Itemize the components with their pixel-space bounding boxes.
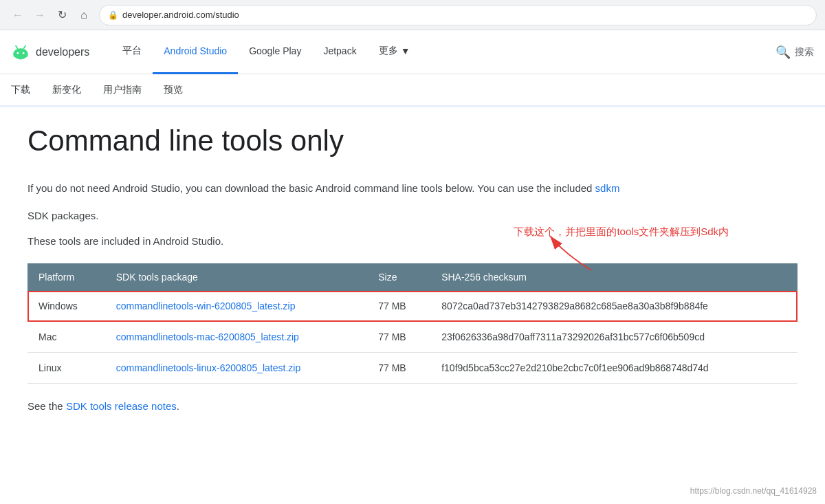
developers-logo[interactable]: developers — [11, 45, 89, 60]
browser-chrome: ← → ↻ ⌂ 🔒 developer.android.com/studio — [0, 0, 825, 30]
sub-nav-changes[interactable]: 新变化 — [41, 74, 92, 107]
cell-checksum-windows: 8072ca0ad737eb3142793829a8682c685ae8a30a… — [430, 291, 798, 322]
logo-text: developers — [36, 46, 89, 58]
search-icon: 🔍 — [776, 45, 791, 60]
download-link-mac[interactable]: commandlinetools-mac-6200805_latest.zip — [116, 331, 299, 342]
home-button[interactable]: ⌂ — [74, 6, 94, 25]
table-container: 下载这个，并把里面的tools文件夹解压到Sdk内 Platform SDK t… — [28, 263, 798, 384]
cell-package-windows: commandlinetools-win-6200805_latest.zip — [105, 291, 367, 322]
browser-nav-buttons: ← → ↻ ⌂ — [8, 6, 94, 25]
sub-navigation: 下载 新变化 用户指南 预览 — [0, 74, 825, 107]
svg-line-4 — [16, 45, 17, 48]
tools-included-text: These tools are included in Android Stud… — [28, 235, 798, 247]
table-row: Windows commandlinetools-win-6200805_lat… — [28, 291, 798, 322]
table-row: Mac commandlinetools-mac-6200805_latest.… — [28, 322, 798, 353]
cell-platform-linux: Linux — [28, 353, 105, 384]
description-paragraph-1: If you do not need Android Studio, you c… — [28, 180, 798, 197]
cell-size-linux: 77 MB — [367, 353, 430, 384]
svg-point-2 — [17, 52, 19, 54]
cell-platform-mac: Mac — [28, 322, 105, 353]
url-text: developer.android.com/studio — [122, 10, 239, 20]
cell-checksum-mac: 23f0626336a98d70aff7311a73292026af31bc57… — [430, 322, 798, 353]
sdk-release-notes-link[interactable]: SDK tools release notes — [66, 400, 177, 412]
cell-package-mac: commandlinetools-mac-6200805_latest.zip — [105, 322, 367, 353]
download-link-linux[interactable]: commandlinetools-linux-6200805_latest.zi… — [116, 362, 301, 373]
nav-item-jetpack[interactable]: Jetpack — [312, 30, 367, 74]
nav-item-more[interactable]: 更多 ▼ — [368, 30, 421, 74]
col-package: SDK tools package — [105, 263, 367, 291]
cell-platform-windows: Windows — [28, 291, 105, 322]
nav-item-platform[interactable]: 平台 — [111, 30, 153, 74]
col-platform: Platform — [28, 263, 105, 291]
forward-button[interactable]: → — [30, 6, 50, 25]
cell-size-windows: 77 MB — [367, 291, 430, 322]
download-link-windows[interactable]: commandlinetools-win-6200805_latest.zip — [116, 300, 296, 311]
address-bar[interactable]: 🔒 developer.android.com/studio — [99, 5, 817, 25]
main-navigation: developers 平台 Android Studio Google Play… — [0, 30, 825, 74]
android-logo-icon — [11, 45, 30, 60]
more-label: 更多 ▼ — [379, 45, 410, 57]
description-paragraph-2: SDK packages. — [28, 208, 798, 224]
svg-rect-1 — [14, 51, 28, 56]
nav-item-google-play[interactable]: Google Play — [238, 30, 312, 74]
table-header: Platform SDK tools package Size SHA-256 … — [28, 263, 798, 291]
reload-button[interactable]: ↻ — [52, 6, 72, 25]
page-title: Command line tools only — [28, 124, 798, 158]
svg-point-3 — [23, 52, 25, 54]
table-body: Windows commandlinetools-win-6200805_lat… — [28, 291, 798, 384]
svg-line-5 — [24, 45, 25, 48]
nav-item-android-studio[interactable]: Android Studio — [153, 30, 238, 74]
download-table: Platform SDK tools package Size SHA-256 … — [28, 263, 798, 384]
back-button[interactable]: ← — [8, 6, 28, 25]
sub-nav-guide[interactable]: 用户指南 — [92, 74, 153, 107]
see-also-text: See the SDK tools release notes. — [28, 400, 798, 412]
sdkmanager-link[interactable]: sdkm — [595, 182, 620, 194]
cell-size-mac: 77 MB — [367, 322, 430, 353]
main-content: Command line tools only If you do not ne… — [0, 107, 825, 428]
sub-nav-preview[interactable]: 预览 — [153, 74, 194, 107]
nav-items: 平台 Android Studio Google Play Jetpack 更多… — [111, 30, 776, 74]
cell-package-linux: commandlinetools-linux-6200805_latest.zi… — [105, 353, 367, 384]
sub-nav-download[interactable]: 下载 — [11, 74, 41, 107]
search-area: 🔍 搜索 — [776, 45, 814, 60]
col-size: Size — [367, 263, 430, 291]
chevron-down-icon: ▼ — [401, 45, 410, 56]
search-label: 搜索 — [795, 46, 814, 58]
lock-icon: 🔒 — [108, 10, 118, 20]
col-checksum: SHA-256 checksum — [430, 263, 798, 291]
table-row: Linux commandlinetools-linux-6200805_lat… — [28, 353, 798, 384]
cell-checksum-linux: f10f9d5bca53cc27e2d210be2cbc7c0f1ee906ad… — [430, 353, 798, 384]
